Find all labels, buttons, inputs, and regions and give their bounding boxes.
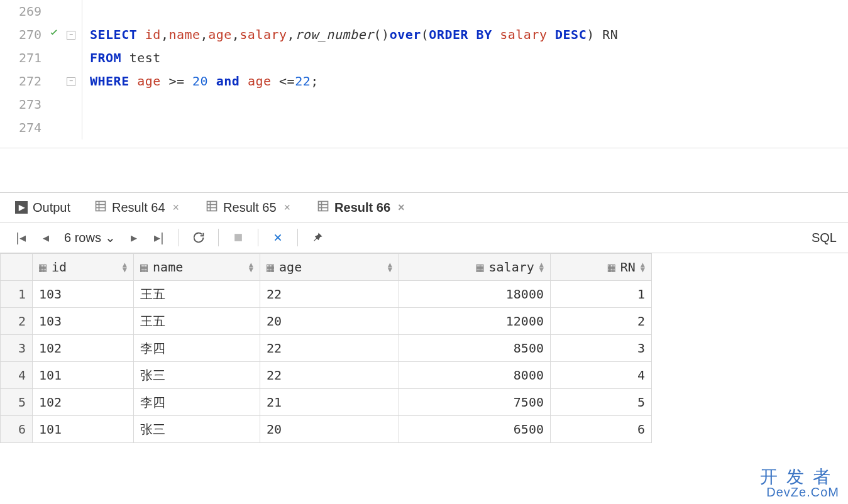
fold-marker-icon[interactable]: −	[67, 31, 75, 40]
cell-salary[interactable]: 8500	[399, 335, 551, 362]
fold-gutter[interactable]: −	[63, 70, 82, 93]
line-number: 274	[0, 116, 45, 140]
column-header-id[interactable]: ▦id ▲▼	[33, 254, 134, 281]
sql-editor[interactable]: 269 270 − SELECT id,name,age,salary,row_…	[0, 0, 848, 148]
cell-age[interactable]: 22	[260, 362, 399, 389]
sort-icon[interactable]: ▲▼	[539, 262, 544, 272]
code-content[interactable]	[82, 93, 90, 116]
pin-button[interactable]	[308, 228, 327, 247]
first-page-button[interactable]: |◂	[11, 228, 30, 247]
sql-indicator: SQL	[812, 231, 837, 245]
code-line[interactable]: 272 − WHERE age >= 20 and age <=22;	[0, 70, 848, 93]
prev-page-button[interactable]: ◂	[36, 228, 55, 247]
close-icon[interactable]: ×	[282, 201, 294, 214]
cell-salary[interactable]: 8000	[399, 362, 551, 389]
rows-dropdown[interactable]: 6 rows ⌄	[62, 230, 118, 245]
cell-id[interactable]: 101	[33, 362, 134, 389]
column-icon: ▦	[39, 260, 47, 275]
column-header-rn[interactable]: ▦RN ▲▼	[551, 254, 652, 281]
cell-name[interactable]: 王五	[134, 281, 260, 308]
check-icon	[48, 23, 60, 47]
tab-result-66[interactable]: Result 66 ×	[314, 193, 409, 222]
cell-rn[interactable]: 1	[551, 281, 652, 308]
corner-cell	[1, 254, 33, 281]
table-row[interactable]: 6101张三2065006	[1, 416, 652, 443]
cell-age[interactable]: 22	[260, 335, 399, 362]
column-icon: ▦	[140, 260, 148, 275]
fold-gutter[interactable]: −	[63, 23, 82, 47]
svg-rect-4	[207, 201, 217, 211]
line-number: 271	[0, 47, 45, 70]
cell-name[interactable]: 王五	[134, 308, 260, 335]
code-content[interactable]	[82, 0, 90, 23]
table-row[interactable]: 2103王五20120002	[1, 308, 652, 335]
fold-gutter	[63, 93, 82, 116]
result-grid[interactable]: ▦id ▲▼ ▦name ▲▼ ▦age ▲▼	[0, 253, 652, 443]
next-page-button[interactable]: ▸	[124, 228, 143, 247]
cell-id[interactable]: 103	[33, 281, 134, 308]
cell-salary[interactable]: 6500	[399, 416, 551, 443]
svg-rect-0	[96, 201, 106, 211]
cell-salary[interactable]: 18000	[399, 281, 551, 308]
cell-id[interactable]: 101	[33, 416, 134, 443]
table-row[interactable]: 4101张三2280004	[1, 362, 652, 389]
splitter[interactable]	[0, 148, 848, 192]
cell-salary[interactable]: 7500	[399, 389, 551, 416]
cell-age[interactable]: 21	[260, 389, 399, 416]
code-line[interactable]: 274	[0, 116, 848, 140]
header-row: ▦id ▲▼ ▦name ▲▼ ▦age ▲▼	[1, 254, 652, 281]
tab-result-64[interactable]: Result 64 ×	[92, 193, 184, 222]
sort-icon[interactable]: ▲▼	[388, 262, 392, 272]
table-row[interactable]: 1103王五22180001	[1, 281, 652, 308]
cell-id[interactable]: 102	[33, 389, 134, 416]
sort-icon[interactable]: ▲▼	[123, 262, 127, 272]
cell-name[interactable]: 张三	[134, 362, 260, 389]
status-gutter	[45, 47, 63, 70]
cell-name[interactable]: 李四	[134, 389, 260, 416]
code-content[interactable]: SELECT id,name,age,salary,row_number()ov…	[82, 23, 618, 47]
grid-icon	[94, 200, 107, 216]
tab-label: Result 65	[223, 200, 277, 215]
cell-rn[interactable]: 6	[551, 416, 652, 443]
stop-button[interactable]	[229, 228, 248, 247]
cell-age[interactable]: 22	[260, 281, 399, 308]
code-content[interactable]	[82, 116, 848, 140]
fold-gutter	[63, 116, 82, 140]
refresh-button[interactable]	[189, 228, 208, 247]
cell-age[interactable]: 20	[260, 416, 399, 443]
fold-gutter	[63, 47, 82, 70]
code-line[interactable]: 271 FROM test	[0, 47, 848, 70]
table-row[interactable]: 3102李四2285003	[1, 335, 652, 362]
close-icon[interactable]: ×	[170, 201, 182, 214]
code-content[interactable]: WHERE age >= 20 and age <=22;	[82, 70, 319, 93]
column-icon: ▦	[608, 260, 615, 275]
fold-marker-icon[interactable]: −	[67, 77, 75, 86]
cell-rn[interactable]: 2	[551, 308, 652, 335]
last-page-button[interactable]: ▸|	[150, 228, 168, 247]
table-row[interactable]: 5102李四2175005	[1, 389, 652, 416]
column-header-age[interactable]: ▦age ▲▼	[260, 254, 399, 281]
close-icon[interactable]: ×	[395, 201, 407, 214]
column-header-salary[interactable]: ▦salary ▲▼	[399, 254, 551, 281]
cell-id[interactable]: 102	[33, 335, 134, 362]
cell-age[interactable]: 20	[260, 308, 399, 335]
code-line[interactable]: 269	[0, 0, 848, 23]
column-header-name[interactable]: ▦name ▲▼	[134, 254, 260, 281]
row-number: 5	[1, 389, 33, 416]
cell-name[interactable]: 李四	[134, 335, 260, 362]
code-line[interactable]: 273	[0, 93, 848, 116]
cell-salary[interactable]: 12000	[399, 308, 551, 335]
sort-icon[interactable]: ▲▼	[249, 262, 253, 272]
cell-id[interactable]: 103	[33, 308, 134, 335]
result-tabs: ▶ Output Result 64 × Result 65 × Result …	[0, 193, 848, 222]
code-line[interactable]: 270 − SELECT id,name,age,salary,row_numb…	[0, 23, 848, 47]
tab-output[interactable]: ▶ Output	[13, 193, 73, 222]
code-content[interactable]: FROM test	[82, 47, 161, 70]
compare-button[interactable]	[268, 228, 287, 247]
cell-rn[interactable]: 3	[551, 335, 652, 362]
cell-rn[interactable]: 5	[551, 389, 652, 416]
cell-name[interactable]: 张三	[134, 416, 260, 443]
sort-icon[interactable]: ▲▼	[641, 262, 645, 272]
cell-rn[interactable]: 4	[551, 362, 652, 389]
tab-result-65[interactable]: Result 65 ×	[203, 193, 295, 222]
